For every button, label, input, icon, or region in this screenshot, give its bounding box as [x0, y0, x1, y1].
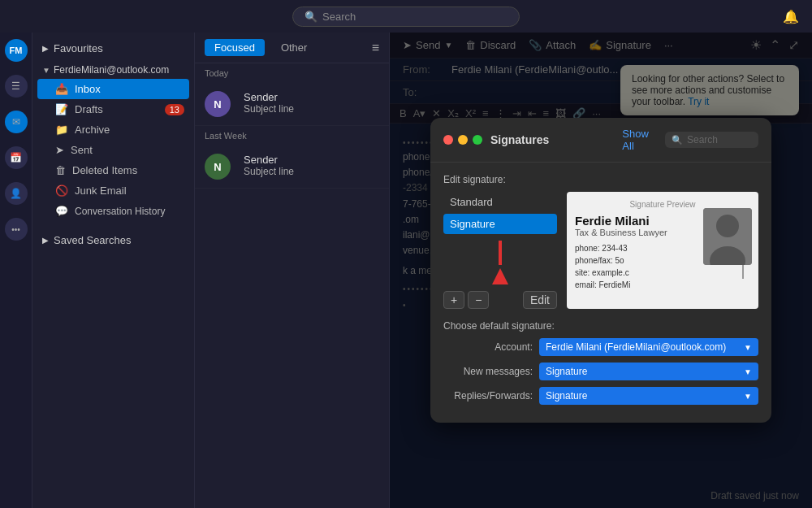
maximize-button[interactable]	[473, 135, 482, 145]
sidebar-item-archive[interactable]: 📁 Archive	[32, 119, 194, 140]
sidebar-item-inbox[interactable]: 📥 Inbox	[37, 79, 189, 99]
nav-sidebar: ▶ Favourites ▼ FerdieMilani@outlook.com …	[32, 33, 195, 508]
modal-search-icon: 🔍	[672, 135, 683, 145]
sidebar-item-convo[interactable]: 💬 Conversation History	[32, 201, 194, 221]
replies-select[interactable]: Signature ▼	[539, 387, 758, 405]
avatar: N	[205, 91, 231, 117]
top-bar: 🔍 Search 🔔	[0, 0, 812, 33]
inbox-label: Inbox	[75, 83, 101, 95]
signature-preview-box: Signature Preview Ferdie Milani Tax & Bu…	[567, 192, 758, 309]
new-messages-label: New messages:	[443, 366, 533, 377]
replies-value: Signature	[546, 390, 587, 402]
icon-sidebar: FM ☰ ✉ 📅 👤 •••	[0, 33, 32, 508]
edit-signature-button[interactable]: Edit	[523, 291, 557, 309]
modal-overlay: Signatures Show All 🔍 Edit signature:	[390, 33, 812, 508]
default-sig-label: Choose default signature:	[443, 320, 758, 332]
drafts-badge: 13	[165, 104, 184, 115]
modal-search-input[interactable]	[687, 134, 752, 145]
default-sig-section: Choose default signature: Account: Ferdi…	[443, 320, 758, 405]
modal-title-bar: Signatures Show All 🔍	[430, 118, 771, 163]
minimize-button[interactable]	[458, 135, 468, 145]
close-button[interactable]	[443, 135, 453, 145]
notification-icon[interactable]: 🔔	[783, 9, 799, 24]
deleted-label: Deleted Items	[72, 164, 137, 176]
sent-icon: ➤	[55, 144, 64, 156]
new-messages-value: Signature	[546, 366, 587, 377]
convo-icon: 💬	[55, 205, 68, 217]
list-item[interactable]: N Sender Subject line	[195, 83, 389, 126]
modal-search[interactable]: 🔍	[665, 132, 758, 148]
search-icon: 🔍	[304, 11, 317, 23]
replies-row: Replies/Forwards: Signature ▼	[443, 387, 758, 405]
email-content: ➤ Send ▼ 🗑 Discard 📎 Attach ✍ Signature …	[390, 33, 812, 508]
drafts-label: Drafts	[75, 103, 103, 115]
deleted-icon: 🗑	[55, 164, 66, 176]
search-bar[interactable]: 🔍 Search	[292, 7, 520, 27]
sig-photo	[703, 208, 752, 265]
account-row: Account: Ferdie Milani (FerdieMilani@out…	[443, 338, 758, 356]
mail-icon[interactable]: ✉	[5, 111, 28, 133]
account-email: FerdieMilani@outlook.com	[54, 64, 169, 76]
sidebar-item-sent[interactable]: ➤ Sent	[32, 140, 194, 160]
email-subject: Subject line	[244, 166, 379, 177]
arrow-up	[492, 268, 508, 284]
date-divider-lastweek: Last Week	[195, 126, 389, 145]
svg-point-1	[716, 215, 739, 237]
remove-signature-button[interactable]: −	[468, 291, 489, 309]
account-select-value: Ferdie Milani (FerdieMilani@outlook.com)	[546, 341, 726, 353]
avatar: N	[205, 154, 231, 180]
sig-email: email: FerdieMi	[575, 279, 736, 291]
more-icon[interactable]: •••	[5, 218, 28, 241]
signature-list: Standard Signature + − Edit	[443, 192, 557, 309]
add-signature-button[interactable]: +	[443, 291, 464, 309]
top-right-icons: 🔔	[783, 9, 799, 24]
new-messages-arrow: ▼	[744, 367, 752, 376]
new-messages-select[interactable]: Signature ▼	[539, 363, 758, 380]
sig-item-signature[interactable]: Signature	[443, 214, 557, 234]
sig-list-controls: + − Edit	[443, 291, 557, 309]
email-list-header: Focused Other ≡	[195, 33, 389, 63]
edit-signature-label: Edit signature:	[443, 174, 758, 185]
modal-body: Edit signature: Standard Signature	[430, 163, 771, 423]
sig-item-standard[interactable]: Standard	[443, 192, 557, 212]
convo-label: Conversation History	[75, 206, 165, 217]
account-select-arrow: ▼	[744, 343, 752, 352]
signatures-modal: Signatures Show All 🔍 Edit signature:	[430, 118, 771, 423]
avatar-icon[interactable]: FM	[5, 39, 28, 62]
sidebar-item-drafts[interactable]: 📝 Drafts 13	[32, 99, 194, 119]
modal-two-col: Standard Signature + − Edit	[443, 192, 758, 309]
account-select[interactable]: Ferdie Milani (FerdieMilani@outlook.com)…	[539, 338, 758, 356]
sent-label: Sent	[71, 144, 93, 156]
chevron-right-icon: ▶	[42, 44, 49, 53]
saved-searches-label: Saved Searches	[54, 234, 131, 246]
sidebar-item-deleted[interactable]: 🗑 Deleted Items	[32, 160, 194, 180]
account-label: Account:	[443, 341, 533, 353]
menu-icon[interactable]: ☰	[5, 75, 28, 98]
people-icon[interactable]: 👤	[5, 182, 28, 205]
search-label: Search	[322, 11, 356, 23]
email-sender: Sender	[244, 154, 379, 166]
modal-title: Signatures	[490, 133, 549, 146]
preview-content: Ferdie Milani Tax & Business Lawyer phon…	[575, 214, 750, 291]
date-divider-today: Today	[195, 63, 389, 83]
email-list: Focused Other ≡ Today N Sender Subject l…	[195, 33, 390, 508]
replies-label: Replies/Forwards:	[443, 390, 533, 402]
arrow-shaft	[499, 241, 502, 265]
inbox-icon: 📥	[55, 83, 68, 95]
account-header[interactable]: ▼ FerdieMilani@outlook.com	[32, 61, 194, 79]
sidebar-item-junk[interactable]: 🚫 Junk Email	[32, 180, 194, 201]
new-messages-row: New messages: Signature ▼	[443, 363, 758, 380]
replies-arrow: ▼	[744, 392, 752, 401]
saved-searches-header[interactable]: ▶ Saved Searches	[32, 231, 194, 250]
junk-icon: 🚫	[55, 185, 68, 197]
junk-label: Junk Email	[75, 185, 127, 197]
archive-label: Archive	[75, 124, 110, 136]
tab-other[interactable]: Other	[271, 39, 317, 56]
list-item[interactable]: N Sender Subject line	[195, 145, 389, 189]
tab-focused[interactable]: Focused	[205, 39, 265, 56]
filter-icon[interactable]: ≡	[372, 41, 379, 55]
show-all-link[interactable]: Show All	[622, 128, 659, 152]
calendar-icon[interactable]: 📅	[5, 146, 28, 169]
favourites-header[interactable]: ▶ Favourites	[32, 39, 194, 58]
drafts-icon: 📝	[55, 103, 68, 115]
